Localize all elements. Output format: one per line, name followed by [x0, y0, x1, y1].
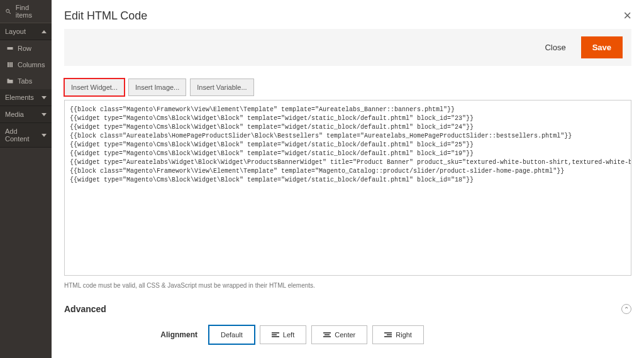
- insert-image-button[interactable]: Insert Image...: [128, 79, 186, 96]
- svg-rect-0: [8, 47, 13, 50]
- tabs-icon: [6, 77, 14, 85]
- sidebar-item-tabs[interactable]: Tabs: [0, 73, 52, 89]
- sidebar-section-elements[interactable]: Elements: [0, 89, 52, 106]
- search-placeholder: Find items: [16, 4, 47, 19]
- align-left-button[interactable]: Left: [260, 325, 306, 344]
- close-icon[interactable]: ×: [623, 8, 631, 24]
- code-hint: HTML code must be valid, all CSS & JavaS…: [64, 282, 631, 289]
- svg-rect-2: [9, 62, 11, 67]
- main-panel: Edit HTML Code × Close Save Insert Widge…: [52, 0, 644, 358]
- align-left-icon: [272, 332, 279, 338]
- align-center-button[interactable]: Center: [311, 325, 367, 344]
- sidebar-item-label: Row: [18, 45, 31, 52]
- sidebar-section-label: Elements: [5, 94, 34, 101]
- align-option-label: Default: [221, 331, 243, 339]
- chevron-down-icon: [42, 134, 47, 137]
- actions-bar: Close Save: [64, 29, 631, 66]
- align-right-button[interactable]: Right: [372, 325, 424, 344]
- sidebar-item-row[interactable]: Row: [0, 40, 52, 57]
- columns-icon: [6, 61, 14, 68]
- sidebar-section-label: Media: [5, 111, 24, 118]
- align-option-label: Right: [396, 331, 412, 339]
- insert-widget-button[interactable]: Insert Widget...: [64, 79, 125, 96]
- sidebar-section-label: Add Content: [5, 127, 42, 143]
- align-right-icon: [384, 332, 392, 338]
- sidebar-section-layout[interactable]: Layout: [0, 23, 52, 40]
- align-default-button[interactable]: Default: [209, 325, 255, 344]
- alignment-label: Alignment: [64, 330, 209, 339]
- modal-header: Edit HTML Code ×: [64, 0, 631, 29]
- sidebar-item-label: Columns: [18, 61, 45, 68]
- modal-title: Edit HTML Code: [64, 9, 147, 23]
- chevron-up-icon: [42, 30, 47, 33]
- sidebar-section-add-content[interactable]: Add Content: [0, 123, 52, 148]
- chevron-down-icon: [42, 113, 47, 116]
- insert-variable-button[interactable]: Insert Variable...: [190, 79, 253, 96]
- sidebar-section-label: Layout: [5, 28, 26, 35]
- align-center-icon: [323, 332, 331, 338]
- search-icon: [5, 8, 12, 15]
- svg-rect-1: [8, 62, 9, 67]
- alignment-field: Alignment Default Left Center Right: [64, 325, 631, 344]
- svg-rect-3: [11, 62, 13, 67]
- align-option-label: Center: [335, 331, 355, 339]
- chevron-down-icon: [42, 96, 47, 99]
- sidebar-item-columns[interactable]: Columns: [0, 57, 52, 73]
- close-button[interactable]: Close: [536, 38, 574, 57]
- sidebar-search[interactable]: Find items: [0, 0, 52, 23]
- alignment-group: Default Left Center Right: [209, 325, 424, 344]
- align-option-label: Left: [283, 331, 294, 339]
- advanced-title: Advanced: [64, 304, 106, 314]
- sidebar-section-media[interactable]: Media: [0, 106, 52, 123]
- row-icon: [6, 45, 14, 52]
- save-button[interactable]: Save: [581, 36, 623, 58]
- advanced-section-header[interactable]: Advanced ⌃: [64, 304, 631, 314]
- sidebar: Find items Layout Row Columns Tabs Eleme…: [0, 0, 52, 358]
- html-code-textarea[interactable]: [64, 100, 631, 276]
- collapse-icon[interactable]: ⌃: [621, 304, 631, 314]
- sidebar-item-label: Tabs: [18, 77, 32, 85]
- editor-toolbar: Insert Widget... Insert Image... Insert …: [64, 79, 631, 96]
